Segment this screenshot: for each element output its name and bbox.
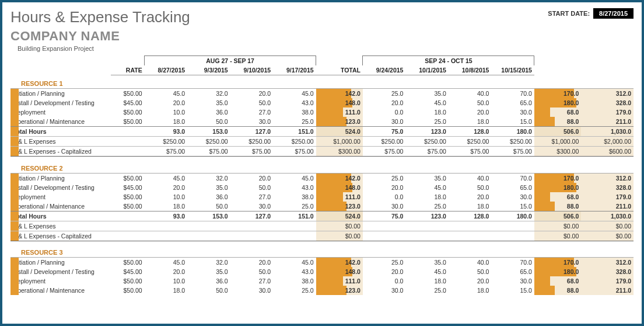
total-bar-cell: 180.0: [534, 98, 581, 107]
total-bar-cell: 180.0: [534, 183, 581, 192]
table-row: Operational / Maintenance$50.0018.050.03…: [10, 117, 634, 127]
total-bar-cell: 111.0: [316, 192, 363, 202]
total-bar-cell: 88.0: [534, 286, 581, 295]
total-bar-cell: 123.0: [316, 286, 363, 295]
resource-header: RESOURCE 2: [10, 160, 634, 174]
tl-expenses-row: T & L Expenses$250.00$250.00$250.00$250.…: [10, 137, 634, 147]
col-p2-3: 10/15/2015: [491, 65, 534, 75]
table-row: Initiation / Planning$50.0045.032.020.04…: [10, 258, 634, 268]
table-row: Initiation / Planning$50.0045.032.020.04…: [10, 173, 634, 183]
total-bar-cell: 170.0: [534, 258, 581, 268]
col-p1-1: 9/3/2015: [187, 65, 230, 75]
total-bar-cell: 180.0: [534, 267, 581, 276]
start-date-value: 8/27/2015: [593, 8, 634, 19]
start-date-label: START DATE:: [548, 10, 590, 17]
total-bar-cell: 170.0: [534, 89, 581, 99]
table-row: Install / Development / Testing$45.0020.…: [10, 183, 634, 192]
start-date: START DATE: 8/27/2015: [548, 8, 634, 19]
tracking-table: AUG 27 - SEP 17 SEP 24 - OCT 15 RATE 8/2…: [10, 56, 634, 295]
period1-label: AUG 27 - SEP 17: [145, 56, 316, 66]
total-bar-cell: 142.0: [316, 173, 363, 183]
total-bar-cell: 68.0: [534, 276, 581, 286]
total-bar-cell: 148.0: [316, 267, 363, 276]
total-bar-cell: 68.0: [534, 192, 581, 202]
total-bar-cell: 142.0: [316, 89, 363, 99]
total-bar-cell: 148.0: [316, 98, 363, 107]
col-p1-3: 9/17/2015: [273, 65, 316, 75]
tl-expenses-cap-row: T & L Expenses - Capitalized$75.00$75.00…: [10, 147, 634, 157]
table-row: Initiation / Planning$50.0045.032.020.04…: [10, 89, 634, 99]
total-hours-row: Total Hours93.0153.0127.0151.0524.075.01…: [10, 211, 634, 221]
page-title: Hours & Expense Tracking: [10, 8, 190, 26]
resource-header: RESOURCE 3: [10, 244, 634, 258]
tl-expenses-cap-row: T & L Expenses - Capitalized$0.00$0.00$0…: [10, 231, 634, 241]
total-bar-cell: 123.0: [316, 202, 363, 211]
col-p2-0: 9/24/2015: [363, 65, 405, 75]
project-name: Building Expansion Project: [18, 45, 634, 52]
total-bar-cell: 88.0: [534, 117, 581, 127]
tl-expenses-row: T & L Expenses$0.00$0.00$0.00: [10, 221, 634, 231]
table-row: Deployment$50.0010.036.027.038.0111.00.0…: [10, 276, 634, 286]
total-bar-cell: 123.0: [316, 117, 363, 127]
total-bar-cell: 111.0: [316, 276, 363, 286]
col-rate: RATE: [111, 65, 144, 75]
total-bar-cell: 170.0: [534, 173, 581, 183]
total-bar-cell: 148.0: [316, 183, 363, 192]
table-row: Install / Development / Testing$45.0020.…: [10, 98, 634, 107]
col-p2-1: 10/1/2015: [405, 65, 448, 75]
col-p1-0: 8/27/2015: [145, 65, 187, 75]
company-name: COMPANY NAME: [10, 29, 634, 44]
total-bar-cell: 68.0: [534, 107, 581, 117]
total-bar-cell: 111.0: [316, 107, 363, 117]
total-bar-cell: 142.0: [316, 258, 363, 268]
total-bar-cell: 88.0: [534, 202, 581, 211]
table-row: Deployment$50.0010.036.027.038.0111.00.0…: [10, 192, 634, 202]
col-total1: TOTAL: [316, 65, 363, 75]
col-p1-2: 9/10/2015: [230, 65, 273, 75]
table-row: Operational / Maintenance$50.0018.050.03…: [10, 202, 634, 211]
table-row: Install / Development / Testing$45.0020.…: [10, 267, 634, 276]
table-row: Operational / Maintenance$50.0018.050.03…: [10, 286, 634, 295]
total-hours-row: Total Hours93.0153.0127.0151.0524.075.01…: [10, 127, 634, 137]
table-row: Deployment$50.0010.036.027.038.0111.00.0…: [10, 107, 634, 117]
period2-label: SEP 24 - OCT 15: [363, 56, 534, 66]
resource-header: RESOURCE 1: [10, 75, 634, 89]
col-p2-2: 10/8/2015: [449, 65, 491, 75]
